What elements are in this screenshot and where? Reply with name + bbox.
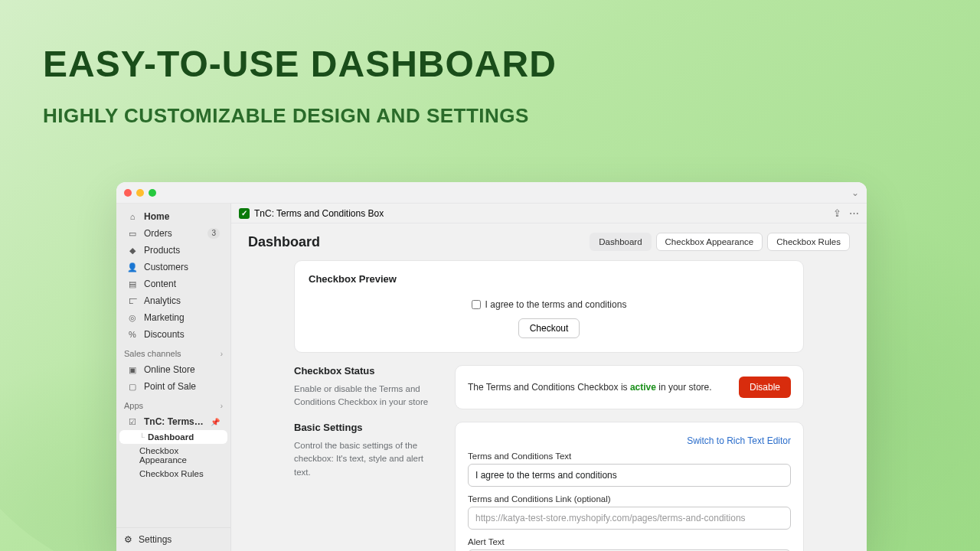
- store-icon: ▣: [127, 365, 138, 375]
- orders-icon: ▭: [127, 229, 138, 239]
- nav-marketing[interactable]: ◎ Marketing: [119, 309, 227, 326]
- status-heading: Checkbox Status: [294, 365, 439, 377]
- section-sales-channels[interactable]: Sales channels ›: [116, 343, 230, 361]
- nav-content[interactable]: ▤ Content: [119, 276, 227, 292]
- nav-orders[interactable]: ▭ Orders 3: [119, 225, 227, 242]
- checkout-button[interactable]: Checkout: [518, 318, 580, 338]
- card-preview: Checkbox Preview I agree to the terms an…: [294, 260, 804, 353]
- pos-icon: ▢: [127, 382, 138, 392]
- tc-text-label: Terms and Conditions Text: [468, 452, 791, 461]
- content-scroll[interactable]: Checkbox Preview I agree to the terms an…: [231, 260, 867, 551]
- card-title: Checkbox Preview: [309, 273, 789, 285]
- nav-discounts[interactable]: % Discounts: [119, 326, 227, 343]
- marketing-icon: ◎: [127, 313, 138, 323]
- tc-link-label: Terms and Conditions Link (optional): [468, 494, 791, 504]
- preview-agree-row[interactable]: I agree to the terms and conditions: [472, 299, 627, 310]
- maximize-icon[interactable]: [149, 189, 156, 197]
- tag-icon: ◆: [127, 246, 138, 256]
- orders-badge: 3: [207, 228, 220, 239]
- home-icon: ⌂: [127, 212, 138, 221]
- chevron-right-icon: ›: [220, 350, 223, 358]
- subnav-appearance[interactable]: Checkbox Appearance: [119, 444, 227, 467]
- tab-appearance[interactable]: Checkbox Appearance: [656, 233, 763, 251]
- nav-online-store[interactable]: ▣ Online Store: [119, 361, 227, 378]
- status-card: The Terms and Conditions Checkbox is act…: [455, 365, 804, 409]
- tab-rules[interactable]: Checkbox Rules: [767, 233, 850, 251]
- window-titlebar: ⌄: [116, 182, 867, 204]
- chevron-down-icon[interactable]: ⌄: [851, 187, 859, 198]
- person-icon: 👤: [127, 262, 138, 272]
- status-sub: Enable or disable the Terms and Conditio…: [294, 383, 439, 409]
- more-icon[interactable]: ⋯: [849, 207, 859, 219]
- hero-subhead: HIGHLY CUSTOMIZABLE DESIGN AND SETTINGS: [43, 104, 529, 128]
- nav-tnc-app[interactable]: ☑ TnC: Terms and Cond… 📌: [119, 413, 227, 430]
- page-title: Dashboard: [248, 234, 320, 250]
- agree-checkbox[interactable]: [472, 300, 481, 309]
- tab-dashboard[interactable]: Dashboard: [590, 233, 651, 251]
- nav-customers[interactable]: 👤 Customers: [119, 259, 227, 276]
- chevron-right-icon: ›: [220, 402, 223, 410]
- disable-button[interactable]: Disable: [739, 377, 791, 398]
- status-text: The Terms and Conditions Checkbox is act…: [468, 382, 712, 393]
- content-icon: ▤: [127, 279, 138, 289]
- checked-box-icon: ☑: [127, 417, 138, 427]
- nav-home[interactable]: ⌂ Home: [119, 208, 227, 225]
- nav-settings[interactable]: ⚙ Settings: [116, 527, 230, 551]
- pin-icon[interactable]: ⇪: [833, 207, 841, 219]
- alert-label: Alert Text: [468, 537, 791, 546]
- minimize-icon[interactable]: [136, 189, 144, 197]
- app-bar: ✓ TnC: Terms and Conditions Box ⇪ ⋯: [231, 204, 867, 223]
- app-window: ⌄ ⌂ Home ▭ Orders 3 ◆ Products 👤 Custome…: [116, 182, 867, 551]
- close-icon[interactable]: [124, 189, 132, 197]
- main-area: ✓ TnC: Terms and Conditions Box ⇪ ⋯ Dash…: [231, 204, 867, 551]
- section-apps[interactable]: Apps ›: [116, 395, 230, 413]
- tc-link-input[interactable]: [468, 507, 791, 530]
- analytics-icon: ⫍: [127, 296, 138, 305]
- hero-headline: EASY-TO-USE DASHBOARD: [43, 43, 557, 85]
- basic-form-card: Switch to Rich Text Editor Terms and Con…: [455, 422, 804, 551]
- app-logo-icon: ✓: [239, 208, 250, 219]
- basic-heading: Basic Settings: [294, 422, 439, 433]
- basic-sub: Control the basic settings of the checkb…: [294, 439, 439, 479]
- tab-row: Dashboard Checkbox Appearance Checkbox R…: [590, 233, 850, 251]
- app-title: TnC: Terms and Conditions Box: [254, 208, 384, 219]
- switch-editor-link[interactable]: Switch to Rich Text Editor: [687, 435, 791, 446]
- nav-pos[interactable]: ▢ Point of Sale: [119, 378, 227, 395]
- pin-icon[interactable]: 📌: [211, 418, 220, 426]
- nav-products[interactable]: ◆ Products: [119, 242, 227, 259]
- sidebar: ⌂ Home ▭ Orders 3 ◆ Products 👤 Customers…: [116, 204, 231, 551]
- subnav-dashboard[interactable]: Dashboard: [119, 430, 227, 444]
- subnav-rules[interactable]: Checkbox Rules: [119, 467, 227, 481]
- gear-icon: ⚙: [124, 534, 132, 545]
- window-controls: [124, 189, 156, 197]
- nav-analytics[interactable]: ⫍ Analytics: [119, 292, 227, 309]
- discounts-icon: %: [127, 330, 138, 339]
- tc-text-input[interactable]: [468, 464, 791, 487]
